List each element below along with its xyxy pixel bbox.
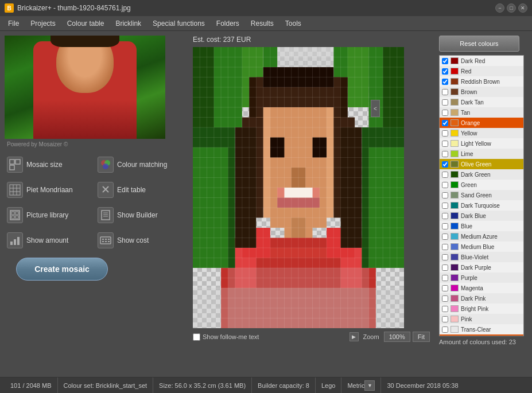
edit-table-tool[interactable]: Edit table [95, 178, 184, 201]
window-controls[interactable]: − □ ✕ [495, 3, 527, 13]
colour-list-item[interactable]: Sand Green [440, 190, 523, 200]
piet-mondriaan-tool[interactable]: Piet Mondriaan [5, 178, 93, 201]
colour-name: Orange [461, 120, 480, 126]
window-title: Brickaizer+ - thumb-1920-845761.jpg [17, 4, 131, 12]
colour-checkbox[interactable] [442, 151, 448, 157]
menu-results[interactable]: Results [245, 17, 279, 30]
colour-checkbox[interactable] [442, 68, 448, 75]
colour-list-item[interactable]: Brown [440, 87, 523, 97]
colour-list-item[interactable]: Dark Pink [440, 293, 523, 303]
colour-list-item[interactable]: Purple [440, 273, 523, 283]
status-memory: 101 / 2048 MB [5, 378, 58, 393]
menu-special-functions[interactable]: Special functions [147, 17, 211, 30]
colour-checkbox[interactable] [442, 89, 448, 95]
colour-checkbox[interactable] [442, 244, 448, 250]
colour-checkbox[interactable] [442, 264, 448, 271]
mosaic-size-tool[interactable]: Mosaic size [5, 153, 93, 176]
colour-list-item[interactable]: Light Yellow [440, 138, 523, 149]
minimize-button[interactable]: − [495, 3, 504, 13]
svg-rect-23 [14, 239, 16, 245]
colour-list-item[interactable]: Dark Purple [440, 262, 523, 273]
colour-swatch [451, 181, 459, 188]
colour-checkbox[interactable] [442, 223, 448, 229]
menu-projects[interactable]: Projects [25, 17, 61, 30]
colour-list-item[interactable]: Green [440, 180, 523, 190]
colour-list-item[interactable]: Red [440, 66, 523, 76]
colour-list-item[interactable]: Dark Tan [440, 97, 523, 107]
show-amount-tool[interactable]: Show amount [5, 229, 93, 252]
colour-list-item[interactable]: Lime [440, 149, 523, 159]
colour-matching-label: Colour matching [117, 161, 167, 169]
menu-colour-table[interactable]: Colour table [61, 17, 110, 30]
colour-list-item[interactable]: Medium Blue [440, 242, 523, 252]
follow-me-text-checkbox[interactable] [193, 333, 200, 341]
colour-checkbox[interactable] [442, 275, 448, 281]
colour-checkbox[interactable] [442, 120, 448, 126]
menu-folders[interactable]: Folders [211, 17, 245, 30]
colour-list-item[interactable]: Dark Blue [440, 211, 523, 221]
colour-checkbox[interactable] [442, 182, 448, 188]
colour-swatch [451, 161, 459, 168]
colour-checkbox[interactable] [442, 110, 448, 116]
colour-list-item[interactable]: Reddish Brown [440, 76, 523, 87]
colour-checkbox[interactable] [442, 130, 448, 137]
colour-matching-tool[interactable]: Colour matching [95, 153, 184, 176]
maximize-button[interactable]: □ [507, 3, 516, 13]
colour-list-item[interactable]: Dark Turquoise [440, 200, 523, 211]
colour-checkbox[interactable] [442, 172, 448, 178]
colour-checkbox[interactable] [442, 58, 448, 64]
zoom-play-button[interactable]: ▶ [350, 332, 359, 341]
colour-checkbox[interactable] [442, 326, 448, 333]
follow-me-text-label[interactable]: Show follow-me text [193, 333, 259, 341]
colour-list[interactable]: Dark RedRedReddish BrownBrownDark TanTan… [439, 55, 524, 336]
colour-checkbox[interactable] [442, 316, 448, 322]
colour-list-item[interactable]: Orange [440, 118, 523, 128]
colour-list-item[interactable]: Trans-Red [440, 334, 523, 336]
colour-checkbox[interactable] [442, 161, 448, 168]
left-panel: Powered by Mosaizer © Mosaic size Colour… [0, 31, 188, 377]
colour-checkbox[interactable] [442, 295, 448, 302]
colour-checkbox[interactable] [442, 234, 448, 240]
close-button[interactable]: ✕ [518, 3, 527, 13]
title-bar: B Brickaizer+ - thumb-1920-845761.jpg − … [0, 0, 532, 16]
create-mosaic-button[interactable]: Create mosaic [16, 258, 108, 281]
show-builder-tool[interactable]: Show Builder [95, 204, 184, 227]
colour-name: Dark Pink [461, 295, 486, 302]
colour-list-item[interactable]: Dark Green [440, 169, 523, 180]
show-cost-tool[interactable]: Show cost [95, 229, 184, 252]
fit-button[interactable]: Fit [413, 332, 430, 342]
colour-checkbox[interactable] [442, 213, 448, 219]
colour-list-item[interactable]: Medium Azure [440, 231, 523, 242]
colour-list-item[interactable]: Blue-Violet [440, 252, 523, 262]
metric-dropdown[interactable]: ▼ [364, 380, 375, 391]
colour-checkbox[interactable] [442, 285, 448, 291]
menu-bricklink[interactable]: Bricklink [110, 17, 147, 30]
collapse-button[interactable]: < [371, 100, 380, 117]
reset-colours-button[interactable]: Reset colours [439, 36, 519, 52]
colour-name: Reddish Brown [461, 79, 500, 85]
svg-rect-16 [15, 212, 18, 215]
colour-list-item[interactable]: Trans-Clear [440, 324, 523, 334]
colour-list-item[interactable]: Blue [440, 221, 523, 231]
colour-list-item[interactable]: Pink [440, 314, 523, 324]
colour-checkbox[interactable] [442, 203, 448, 209]
colour-list-item[interactable]: Olive Green [440, 159, 523, 169]
colour-checkbox[interactable] [442, 99, 448, 106]
colour-swatch [451, 130, 459, 137]
colour-checkbox[interactable] [442, 306, 448, 312]
colour-swatch [451, 243, 459, 250]
menu-file[interactable]: File [2, 17, 25, 30]
colour-list-item[interactable]: Bright Pink [440, 303, 523, 314]
colour-list-item[interactable]: Yellow [440, 128, 523, 138]
piet-mondriaan-icon [7, 182, 23, 198]
picture-library-tool[interactable]: Picture library [5, 204, 93, 227]
colour-list-item[interactable]: Magenta [440, 283, 523, 293]
colour-checkbox[interactable] [442, 141, 448, 147]
colour-checkbox[interactable] [442, 254, 448, 260]
colour-list-item[interactable]: Dark Red [440, 56, 523, 66]
colour-list-item[interactable]: Tan [440, 107, 523, 118]
menu-tools[interactable]: Tools [279, 17, 307, 30]
amount-colours-label: Amount of colours used: 23 [439, 338, 527, 345]
colour-checkbox[interactable] [442, 192, 448, 199]
colour-checkbox[interactable] [442, 79, 448, 85]
